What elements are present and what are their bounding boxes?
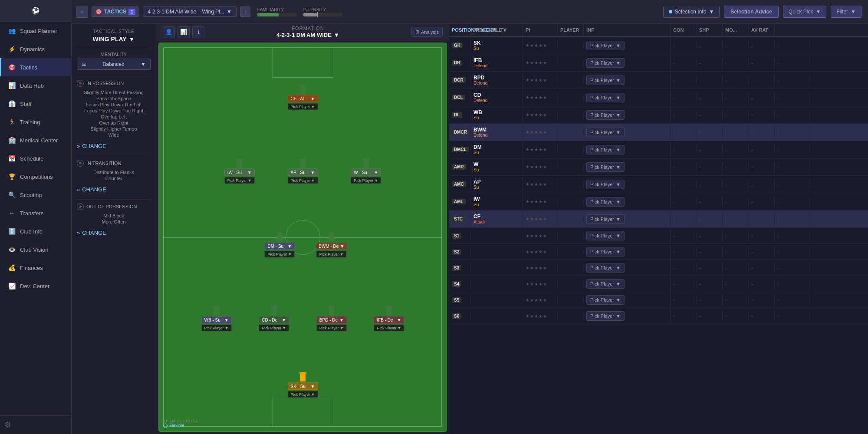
formation-select[interactable]: 4-2-3-1 DM AM Wide – Wing Pl... ▼ [143,7,237,17]
player-pick-bpd[interactable]: Pick Player ▼ [316,325,347,332]
player-pick-cd[interactable]: Pick Player ▼ [259,325,289,332]
player-pick-cf[interactable]: Pick Player ▼ [288,103,318,110]
analysis-button[interactable]: ⊞ Analysis [411,27,443,37]
pick-player-button[interactable]: Pick Player ▼ [586,162,625,172]
field-ctrl-info[interactable]: ℹ [192,26,204,38]
player-badge-ap[interactable]: AP - Su ▼ [288,169,318,176]
sidebar-item-dev-center[interactable]: 📈Dev. Center [0,277,71,295]
player-badge-dm[interactable]: DM - Su ▼ [264,243,295,250]
tactical-style-value[interactable]: WING PLAY ▼ [77,36,151,43]
star-4: ★ [539,43,542,48]
sidebar-item-competitions[interactable]: 🏆Competitions [0,168,71,186]
sidebar-item-medical-center[interactable]: 🏥Medical Center [0,131,71,149]
td-shp: - [723,262,749,273]
role-name: BPD [473,75,484,81]
pick-player-button[interactable]: Pick Player ▼ [586,110,625,120]
sidebar-label-schedule: Schedule [20,155,43,162]
td-role [471,265,523,271]
player-pick-wb[interactable]: Pick Player ▼ [201,325,232,332]
sidebar-item-squad-planner[interactable]: 👥Squad Planner [0,22,71,40]
pick-player-button[interactable]: Pick Player ▼ [586,93,625,102]
player-badge-bwm[interactable]: BWM - De ▼ [316,243,347,250]
settings-icon[interactable]: ⚙ [4,421,11,429]
td-shp: - [723,179,749,190]
player-badge-iw[interactable]: IW - Su ▼ [224,169,255,176]
player-pick-sk[interactable]: Pick Player ▼ [288,391,318,398]
player-pick-ifb[interactable]: Pick Player ▼ [374,325,404,332]
player-badge-w[interactable]: W - Su ▼ [351,169,381,176]
sidebar-item-club-vision[interactable]: 👁️Club Vision [0,240,71,259]
td-inf: - [671,92,697,103]
pick-dropdown-icon: ▼ [616,199,621,204]
sidebar-item-training[interactable]: 🏃Training [0,113,71,131]
sidebar-item-transfers[interactable]: ↔️Transfers [0,204,71,222]
pick-player-button[interactable]: Pick Player ▼ [586,58,625,68]
th-avrat[interactable]: AV RAT [749,24,775,36]
in-transition-change-btn[interactable]: » CHANGE [77,185,151,194]
td-shp: - [723,92,749,103]
pick-player-button[interactable]: Pick Player ▼ [586,145,625,155]
star-4: ★ [539,250,542,254]
sidebar-item-finances[interactable]: 💰Finances [0,259,71,277]
sidebar-item-dynamics[interactable]: ⚡Dynamics [0,40,71,58]
th-player[interactable]: PLAYER [558,24,584,36]
th-pi[interactable]: PI [523,24,558,36]
quick-pick-button[interactable]: Quick Pick ▼ [783,6,827,18]
player-badge-bpd[interactable]: BPD - De ▼ [316,316,347,324]
field-ctrl-players[interactable]: 👤 [163,26,175,38]
th-inf[interactable]: INF [584,24,671,36]
mentality-select[interactable]: ⚖ Balanced ▼ [77,59,151,70]
field-ctrl-chart[interactable]: 📊 [178,26,190,38]
player-pick-iw[interactable]: Pick Player ▼ [224,177,255,184]
back-button[interactable]: ‹ [76,6,88,18]
pick-player-button[interactable]: Pick Player ▼ [586,311,625,321]
sidebar-item-schedule[interactable]: 📅Schedule [0,149,71,168]
selection-advice-button[interactable]: Selection Advice [724,6,779,18]
in-possession-label: IN POSSESSION [86,81,124,86]
star-3: ★ [534,130,538,135]
add-tactic-button[interactable]: + [240,7,250,17]
pick-player-button[interactable]: Pick Player ▼ [586,41,625,50]
pick-player-button[interactable]: Pick Player ▼ [586,128,625,137]
pick-player-button[interactable]: Pick Player ▼ [586,76,625,85]
player-badge-cf[interactable]: CF - At ▼ [288,95,318,102]
role-name: WB [473,109,482,115]
sidebar-label-finances: Finances [20,265,43,271]
sidebar-item-staff[interactable]: 👔Staff [0,95,71,113]
sidebar-item-data-hub[interactable]: 📊Data Hub [0,76,71,95]
th-con[interactable]: CON [671,24,697,36]
player-pick-w[interactable]: Pick Player ▼ [351,177,381,184]
th-position[interactable]: POSITION/ROLE/DU... ▲ [449,24,471,36]
th-role-ability[interactable]: ROLE ABILITY [471,24,523,36]
th-shp[interactable]: SHP [697,24,723,36]
filter-button[interactable]: Filter ▼ [831,6,861,18]
sidebar-item-club-info[interactable]: ℹ️Club Info [0,222,71,240]
out-of-possession-change-btn[interactable]: » CHANGE [77,228,151,237]
pick-player-button[interactable]: Pick Player ▼ [586,197,625,207]
pick-player-button[interactable]: Pick Player ▼ [586,279,625,289]
table-row: S6 ★ ★ ★ ★ ★ Pick Player ▼ - - - - - [449,308,868,324]
star-1: ★ [526,95,529,100]
formation-name-display[interactable]: 4-2-3-1 DM AM WIDE ▼ [276,32,339,38]
player-badge-ifb[interactable]: IFB - De ▼ [374,316,404,324]
th-mo[interactable]: MO... [723,24,749,36]
player-pick-ap[interactable]: Pick Player ▼ [288,177,318,184]
sidebar-item-scouting[interactable]: 🔍Scouting [0,186,71,204]
td-mo: - [749,278,775,289]
pick-player-button[interactable]: Pick Player ▼ [586,295,625,305]
td-role: IFB Defend [471,54,523,71]
pick-player-button[interactable]: Pick Player ▼ [586,214,625,224]
pick-player-button[interactable]: Pick Player ▼ [586,247,625,256]
player-pick-bwm[interactable]: Pick Player ▼ [316,251,347,258]
selection-info-button[interactable]: Selection Info ▼ [663,6,720,18]
pick-player-button[interactable]: Pick Player ▼ [586,263,625,273]
pick-player-button[interactable]: Pick Player ▼ [586,180,625,189]
player-badge-sk[interactable]: SK - Su ▼ [288,382,318,390]
player-pick-dm[interactable]: Pick Player ▼ [264,251,295,258]
player-badge-wb[interactable]: WB - Su ▼ [201,316,232,324]
style-dropdown-icon: ▼ [129,36,135,43]
player-badge-cd[interactable]: CD - De ▼ [259,316,289,324]
in-possession-change-btn[interactable]: » CHANGE [77,141,151,151]
sidebar-item-tactics[interactable]: 🎯Tactics [0,58,71,76]
pick-player-button[interactable]: Pick Player ▼ [586,231,625,240]
